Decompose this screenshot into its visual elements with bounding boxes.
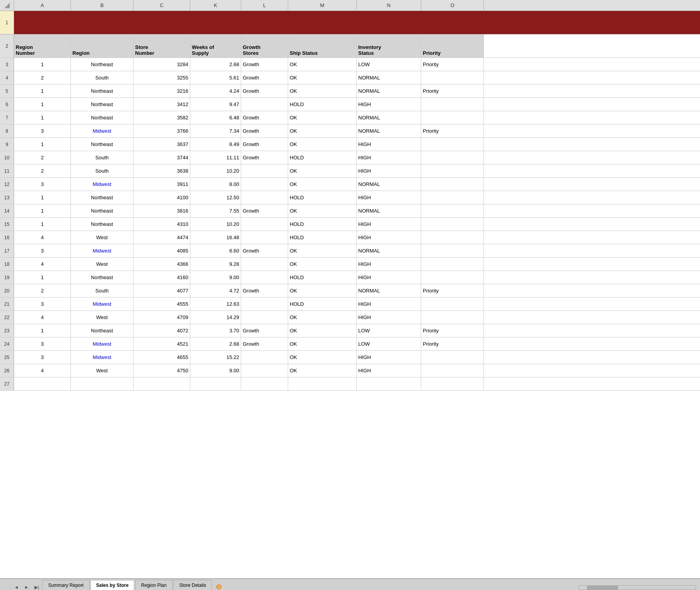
cell-17-o[interactable] bbox=[421, 244, 484, 257]
cell-6-l[interactable] bbox=[241, 98, 288, 111]
cell-22-b[interactable]: West bbox=[71, 311, 134, 324]
cell-14-n[interactable]: NORMAL bbox=[357, 204, 421, 217]
cell-3-l[interactable]: Growth bbox=[241, 58, 288, 71]
cell-24-l[interactable]: Growth bbox=[241, 337, 288, 350]
cell-20-c[interactable]: 4077 bbox=[134, 284, 190, 297]
cell-25-o[interactable] bbox=[421, 351, 484, 364]
cell-8-b[interactable]: Midwest bbox=[71, 124, 134, 137]
cell-22-o[interactable] bbox=[421, 311, 484, 324]
cell-25-k[interactable]: 15.22 bbox=[190, 351, 241, 364]
cell-11-k[interactable]: 10.20 bbox=[190, 164, 241, 177]
cell-11-n[interactable]: HIGH bbox=[357, 164, 421, 177]
cell-21-o[interactable] bbox=[421, 298, 484, 310]
cell-20-n[interactable]: NORMAL bbox=[357, 284, 421, 297]
cell-8-m[interactable]: OK bbox=[288, 124, 357, 137]
cell-8-a[interactable]: 3 bbox=[14, 124, 71, 137]
cell-11-m[interactable]: OK bbox=[288, 164, 357, 177]
cell-12-m[interactable]: OK bbox=[288, 178, 357, 191]
tab-sales-by-store[interactable]: Sales by Store bbox=[90, 580, 135, 590]
cell-13-c[interactable]: 4100 bbox=[134, 191, 190, 204]
cell-15-c[interactable]: 4310 bbox=[134, 218, 190, 231]
cell-26-c[interactable]: 4750 bbox=[134, 364, 190, 377]
cell-21-m[interactable]: HOLD bbox=[288, 298, 357, 310]
cell-12-l[interactable] bbox=[241, 178, 288, 191]
cell-23-a[interactable]: 1 bbox=[14, 324, 71, 337]
cell-7-c[interactable]: 3582 bbox=[134, 111, 190, 124]
cell-16-c[interactable]: 4474 bbox=[134, 231, 190, 244]
col-header-k[interactable]: K bbox=[190, 0, 241, 11]
cell-19-a[interactable]: 1 bbox=[14, 271, 71, 284]
cell-22-c[interactable]: 4709 bbox=[134, 311, 190, 324]
cell-9-k[interactable]: 8.49 bbox=[190, 138, 241, 151]
cell-17-l[interactable]: Growth bbox=[241, 244, 288, 257]
cell-10-c[interactable]: 3744 bbox=[134, 151, 190, 164]
cell-21-c[interactable]: 4555 bbox=[134, 298, 190, 310]
cell-21-k[interactable]: 12.63 bbox=[190, 298, 241, 310]
cell-14-b[interactable]: Northeast bbox=[71, 204, 134, 217]
cell-17-m[interactable]: OK bbox=[288, 244, 357, 257]
cell-10-n[interactable]: HIGH bbox=[357, 151, 421, 164]
cell-23-m[interactable]: OK bbox=[288, 324, 357, 337]
cell-15-l[interactable] bbox=[241, 218, 288, 231]
cell-3-n[interactable]: LOW bbox=[357, 58, 421, 71]
tab-summary-report[interactable]: Summary Report bbox=[42, 580, 90, 590]
cell-13-m[interactable]: HOLD bbox=[288, 191, 357, 204]
cell-18-l[interactable] bbox=[241, 258, 288, 271]
cell-25-l[interactable] bbox=[241, 351, 288, 364]
cell-23-c[interactable]: 4072 bbox=[134, 324, 190, 337]
cell-5-m[interactable]: OK bbox=[288, 85, 357, 97]
col-header-o[interactable]: O bbox=[421, 0, 484, 11]
cell-20-k[interactable]: 4.72 bbox=[190, 284, 241, 297]
cell-4-a[interactable]: 2 bbox=[14, 71, 71, 84]
tab-nav-next[interactable]: ► bbox=[22, 585, 31, 590]
cell-3-m[interactable]: OK bbox=[288, 58, 357, 71]
cell-9-l[interactable]: Growth bbox=[241, 138, 288, 151]
cell-17-a[interactable]: 3 bbox=[14, 244, 71, 257]
cell-7-a[interactable]: 1 bbox=[14, 111, 71, 124]
cell-15-a[interactable]: 1 bbox=[14, 218, 71, 231]
cell-12-a[interactable]: 3 bbox=[14, 178, 71, 191]
cell-10-o[interactable] bbox=[421, 151, 484, 164]
cell-8-n[interactable]: NORMAL bbox=[357, 124, 421, 137]
cell-6-m[interactable]: HOLD bbox=[288, 98, 357, 111]
cell-3-b[interactable]: Northeast bbox=[71, 58, 134, 71]
cell-7-n[interactable]: NORMAL bbox=[357, 111, 421, 124]
cell-10-l[interactable]: Growth bbox=[241, 151, 288, 164]
cell-13-k[interactable]: 12.50 bbox=[190, 191, 241, 204]
cell-25-c[interactable]: 4655 bbox=[134, 351, 190, 364]
cell-5-c[interactable]: 3216 bbox=[134, 85, 190, 97]
cell-9-c[interactable]: 3637 bbox=[134, 138, 190, 151]
cell-21-n[interactable]: HIGH bbox=[357, 298, 421, 310]
cell-22-m[interactable]: OK bbox=[288, 311, 357, 324]
cell-4-o[interactable] bbox=[421, 71, 484, 84]
cell-11-o[interactable] bbox=[421, 164, 484, 177]
cell-27-b[interactable] bbox=[71, 377, 134, 390]
cell-10-m[interactable]: HOLD bbox=[288, 151, 357, 164]
cell-16-o[interactable] bbox=[421, 231, 484, 244]
col-header-c[interactable]: C bbox=[134, 0, 190, 11]
cell-22-k[interactable]: 14.29 bbox=[190, 311, 241, 324]
cell-26-o[interactable] bbox=[421, 364, 484, 377]
cell-5-a[interactable]: 1 bbox=[14, 85, 71, 97]
cell-19-b[interactable]: Northeast bbox=[71, 271, 134, 284]
cell-3-k[interactable]: 2.68 bbox=[190, 58, 241, 71]
cell-19-m[interactable]: HOLD bbox=[288, 271, 357, 284]
cell-23-k[interactable]: 3.70 bbox=[190, 324, 241, 337]
cell-11-l[interactable] bbox=[241, 164, 288, 177]
cell-18-n[interactable]: HIGH bbox=[357, 258, 421, 271]
cell-23-l[interactable]: Growth bbox=[241, 324, 288, 337]
cell-23-o[interactable]: Priority bbox=[421, 324, 484, 337]
cell-19-l[interactable] bbox=[241, 271, 288, 284]
cell-12-b[interactable]: Midwest bbox=[71, 178, 134, 191]
cell-9-a[interactable]: 1 bbox=[14, 138, 71, 151]
cell-24-c[interactable]: 4521 bbox=[134, 337, 190, 350]
cell-7-m[interactable]: OK bbox=[288, 111, 357, 124]
cell-11-a[interactable]: 2 bbox=[14, 164, 71, 177]
cell-26-k[interactable]: 9.00 bbox=[190, 364, 241, 377]
cell-11-c[interactable]: 3638 bbox=[134, 164, 190, 177]
cell-16-l[interactable] bbox=[241, 231, 288, 244]
cell-14-a[interactable]: 1 bbox=[14, 204, 71, 217]
cell-25-b[interactable]: Midwest bbox=[71, 351, 134, 364]
cell-18-k[interactable]: 9.28 bbox=[190, 258, 241, 271]
cell-20-a[interactable]: 2 bbox=[14, 284, 71, 297]
